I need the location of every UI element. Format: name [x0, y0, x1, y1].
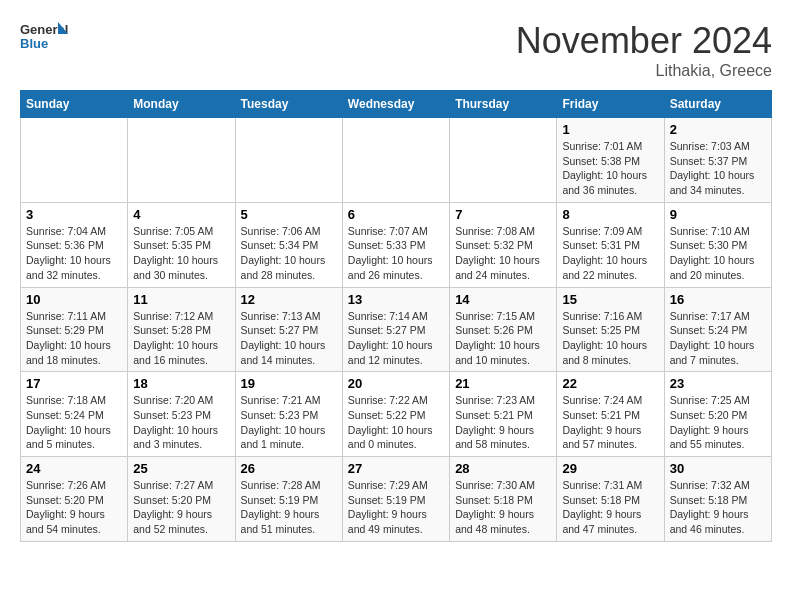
day-info: Sunrise: 7:22 AMSunset: 5:22 PMDaylight:…	[348, 393, 444, 452]
day-number: 18	[133, 376, 229, 391]
day-info: Sunrise: 7:10 AMSunset: 5:30 PMDaylight:…	[670, 224, 766, 283]
week-row-1: 1Sunrise: 7:01 AMSunset: 5:38 PMDaylight…	[21, 118, 772, 203]
day-cell: 30Sunrise: 7:32 AMSunset: 5:18 PMDayligh…	[664, 457, 771, 542]
day-info: Sunrise: 7:20 AMSunset: 5:23 PMDaylight:…	[133, 393, 229, 452]
day-cell: 20Sunrise: 7:22 AMSunset: 5:22 PMDayligh…	[342, 372, 449, 457]
day-info: Sunrise: 7:18 AMSunset: 5:24 PMDaylight:…	[26, 393, 122, 452]
day-info: Sunrise: 7:11 AMSunset: 5:29 PMDaylight:…	[26, 309, 122, 368]
day-number: 2	[670, 122, 766, 137]
day-number: 25	[133, 461, 229, 476]
col-header-monday: Monday	[128, 91, 235, 118]
day-cell: 21Sunrise: 7:23 AMSunset: 5:21 PMDayligh…	[450, 372, 557, 457]
day-cell: 19Sunrise: 7:21 AMSunset: 5:23 PMDayligh…	[235, 372, 342, 457]
day-info: Sunrise: 7:30 AMSunset: 5:18 PMDaylight:…	[455, 478, 551, 537]
day-number: 16	[670, 292, 766, 307]
day-cell: 11Sunrise: 7:12 AMSunset: 5:28 PMDayligh…	[128, 287, 235, 372]
calendar-table: SundayMondayTuesdayWednesdayThursdayFrid…	[20, 90, 772, 542]
day-number: 15	[562, 292, 658, 307]
day-cell: 7Sunrise: 7:08 AMSunset: 5:32 PMDaylight…	[450, 202, 557, 287]
day-cell: 16Sunrise: 7:17 AMSunset: 5:24 PMDayligh…	[664, 287, 771, 372]
day-info: Sunrise: 7:12 AMSunset: 5:28 PMDaylight:…	[133, 309, 229, 368]
day-number: 8	[562, 207, 658, 222]
day-cell: 2Sunrise: 7:03 AMSunset: 5:37 PMDaylight…	[664, 118, 771, 203]
day-number: 17	[26, 376, 122, 391]
day-cell: 12Sunrise: 7:13 AMSunset: 5:27 PMDayligh…	[235, 287, 342, 372]
day-info: Sunrise: 7:31 AMSunset: 5:18 PMDaylight:…	[562, 478, 658, 537]
day-number: 24	[26, 461, 122, 476]
day-info: Sunrise: 7:21 AMSunset: 5:23 PMDaylight:…	[241, 393, 337, 452]
day-info: Sunrise: 7:16 AMSunset: 5:25 PMDaylight:…	[562, 309, 658, 368]
day-number: 4	[133, 207, 229, 222]
day-number: 28	[455, 461, 551, 476]
day-info: Sunrise: 7:05 AMSunset: 5:35 PMDaylight:…	[133, 224, 229, 283]
day-info: Sunrise: 7:07 AMSunset: 5:33 PMDaylight:…	[348, 224, 444, 283]
day-info: Sunrise: 7:17 AMSunset: 5:24 PMDaylight:…	[670, 309, 766, 368]
day-info: Sunrise: 7:09 AMSunset: 5:31 PMDaylight:…	[562, 224, 658, 283]
day-number: 9	[670, 207, 766, 222]
week-row-3: 10Sunrise: 7:11 AMSunset: 5:29 PMDayligh…	[21, 287, 772, 372]
col-header-wednesday: Wednesday	[342, 91, 449, 118]
day-cell: 24Sunrise: 7:26 AMSunset: 5:20 PMDayligh…	[21, 457, 128, 542]
day-info: Sunrise: 7:24 AMSunset: 5:21 PMDaylight:…	[562, 393, 658, 452]
day-cell: 29Sunrise: 7:31 AMSunset: 5:18 PMDayligh…	[557, 457, 664, 542]
col-header-sunday: Sunday	[21, 91, 128, 118]
day-cell	[342, 118, 449, 203]
day-number: 3	[26, 207, 122, 222]
day-info: Sunrise: 7:25 AMSunset: 5:20 PMDaylight:…	[670, 393, 766, 452]
day-cell: 8Sunrise: 7:09 AMSunset: 5:31 PMDaylight…	[557, 202, 664, 287]
day-info: Sunrise: 7:13 AMSunset: 5:27 PMDaylight:…	[241, 309, 337, 368]
logo-icon: General Blue	[20, 20, 68, 56]
day-info: Sunrise: 7:06 AMSunset: 5:34 PMDaylight:…	[241, 224, 337, 283]
day-cell	[21, 118, 128, 203]
day-number: 5	[241, 207, 337, 222]
day-cell	[128, 118, 235, 203]
day-info: Sunrise: 7:32 AMSunset: 5:18 PMDaylight:…	[670, 478, 766, 537]
day-info: Sunrise: 7:08 AMSunset: 5:32 PMDaylight:…	[455, 224, 551, 283]
day-cell: 3Sunrise: 7:04 AMSunset: 5:36 PMDaylight…	[21, 202, 128, 287]
day-info: Sunrise: 7:28 AMSunset: 5:19 PMDaylight:…	[241, 478, 337, 537]
day-number: 11	[133, 292, 229, 307]
day-number: 19	[241, 376, 337, 391]
col-header-saturday: Saturday	[664, 91, 771, 118]
day-info: Sunrise: 7:15 AMSunset: 5:26 PMDaylight:…	[455, 309, 551, 368]
day-number: 13	[348, 292, 444, 307]
month-title: November 2024	[516, 20, 772, 62]
day-number: 1	[562, 122, 658, 137]
day-number: 22	[562, 376, 658, 391]
week-row-2: 3Sunrise: 7:04 AMSunset: 5:36 PMDaylight…	[21, 202, 772, 287]
day-cell: 6Sunrise: 7:07 AMSunset: 5:33 PMDaylight…	[342, 202, 449, 287]
day-info: Sunrise: 7:26 AMSunset: 5:20 PMDaylight:…	[26, 478, 122, 537]
day-info: Sunrise: 7:04 AMSunset: 5:36 PMDaylight:…	[26, 224, 122, 283]
day-info: Sunrise: 7:14 AMSunset: 5:27 PMDaylight:…	[348, 309, 444, 368]
day-info: Sunrise: 7:27 AMSunset: 5:20 PMDaylight:…	[133, 478, 229, 537]
day-number: 30	[670, 461, 766, 476]
calendar-header-row: SundayMondayTuesdayWednesdayThursdayFrid…	[21, 91, 772, 118]
day-info: Sunrise: 7:23 AMSunset: 5:21 PMDaylight:…	[455, 393, 551, 452]
day-cell: 26Sunrise: 7:28 AMSunset: 5:19 PMDayligh…	[235, 457, 342, 542]
col-header-tuesday: Tuesday	[235, 91, 342, 118]
day-cell: 10Sunrise: 7:11 AMSunset: 5:29 PMDayligh…	[21, 287, 128, 372]
day-cell: 15Sunrise: 7:16 AMSunset: 5:25 PMDayligh…	[557, 287, 664, 372]
day-number: 20	[348, 376, 444, 391]
day-info: Sunrise: 7:03 AMSunset: 5:37 PMDaylight:…	[670, 139, 766, 198]
day-cell: 14Sunrise: 7:15 AMSunset: 5:26 PMDayligh…	[450, 287, 557, 372]
day-number: 14	[455, 292, 551, 307]
col-header-friday: Friday	[557, 91, 664, 118]
day-cell	[235, 118, 342, 203]
day-cell: 18Sunrise: 7:20 AMSunset: 5:23 PMDayligh…	[128, 372, 235, 457]
day-cell: 9Sunrise: 7:10 AMSunset: 5:30 PMDaylight…	[664, 202, 771, 287]
day-cell: 22Sunrise: 7:24 AMSunset: 5:21 PMDayligh…	[557, 372, 664, 457]
day-info: Sunrise: 7:01 AMSunset: 5:38 PMDaylight:…	[562, 139, 658, 198]
day-cell	[450, 118, 557, 203]
day-cell: 17Sunrise: 7:18 AMSunset: 5:24 PMDayligh…	[21, 372, 128, 457]
logo: General Blue	[20, 20, 72, 56]
day-number: 26	[241, 461, 337, 476]
day-number: 29	[562, 461, 658, 476]
day-number: 6	[348, 207, 444, 222]
day-cell: 25Sunrise: 7:27 AMSunset: 5:20 PMDayligh…	[128, 457, 235, 542]
col-header-thursday: Thursday	[450, 91, 557, 118]
day-number: 27	[348, 461, 444, 476]
day-cell: 5Sunrise: 7:06 AMSunset: 5:34 PMDaylight…	[235, 202, 342, 287]
day-info: Sunrise: 7:29 AMSunset: 5:19 PMDaylight:…	[348, 478, 444, 537]
svg-text:Blue: Blue	[20, 36, 48, 51]
